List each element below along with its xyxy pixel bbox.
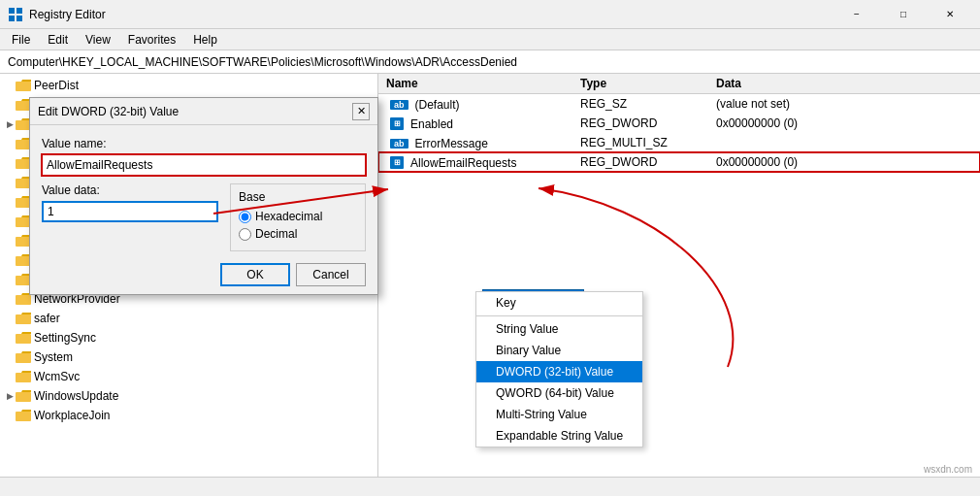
svg-rect-20 bbox=[16, 392, 31, 402]
menu-item-expandable[interactable]: Expandable String Value bbox=[476, 425, 642, 446]
status-bar bbox=[0, 477, 980, 496]
menu-bar: File Edit View Favorites Help bbox=[0, 29, 980, 50]
svg-rect-2 bbox=[9, 16, 15, 21]
registry-row-enabled[interactable]: ⊞ Enabled REG_DWORD 0x00000000 (0) bbox=[378, 114, 980, 133]
context-menu: Key String Value Binary Value DWORD (32-… bbox=[475, 291, 643, 447]
registry-row-default[interactable]: ab (Default) REG_SZ (value not set) bbox=[378, 94, 980, 114]
svg-rect-21 bbox=[16, 412, 31, 421]
close-button[interactable]: ✕ bbox=[928, 0, 972, 29]
svg-rect-1 bbox=[16, 8, 22, 14]
menu-item-qword[interactable]: QWORD (64-bit) Value bbox=[476, 382, 642, 404]
svg-rect-16 bbox=[16, 314, 31, 324]
tree-item-peerdist[interactable]: PeerDist bbox=[0, 76, 377, 95]
menu-item-binary[interactable]: Binary Value bbox=[476, 340, 642, 361]
tree-item-wcmsvc[interactable]: WcmSvc bbox=[0, 367, 377, 386]
address-path: Computer\HKEY_LOCAL_MACHINE\SOFTWARE\Pol… bbox=[8, 55, 517, 69]
menu-edit[interactable]: Edit bbox=[40, 31, 76, 49]
row-type: REG_DWORD bbox=[576, 155, 712, 169]
registry-row-errormessage[interactable]: ab ErrorMessage REG_MULTI_SZ bbox=[378, 133, 980, 152]
col-data: Data bbox=[712, 76, 976, 91]
svg-rect-4 bbox=[16, 82, 31, 91]
value-data-input[interactable] bbox=[42, 201, 218, 222]
tree-label: WcmSvc bbox=[34, 370, 80, 383]
menu-file[interactable]: File bbox=[4, 31, 38, 49]
dec-radio-label[interactable]: Decimal bbox=[239, 227, 357, 241]
folder-icon bbox=[16, 331, 31, 345]
title-bar-left: Registry Editor bbox=[8, 7, 106, 22]
svg-rect-18 bbox=[16, 353, 31, 363]
edit-dword-dialog: Edit DWORD (32-bit) Value ✕ Value name: … bbox=[29, 97, 378, 295]
tree-item-settingsync[interactable]: SettingSync bbox=[0, 328, 377, 347]
tree-item-workplacejoin[interactable]: WorkplaceJoin bbox=[0, 406, 377, 425]
menu-item-key[interactable]: Key bbox=[476, 292, 642, 314]
dialog-body: Value name: Value data: Base Hexadecimal… bbox=[30, 125, 377, 294]
tree-item-safer[interactable]: safer bbox=[0, 309, 377, 328]
menu-item-dword[interactable]: DWORD (32-bit) Value bbox=[476, 361, 642, 382]
dialog-buttons: OK Cancel bbox=[42, 263, 366, 286]
folder-icon bbox=[16, 409, 31, 422]
col-type: Type bbox=[576, 76, 712, 91]
menu-separator bbox=[476, 315, 642, 316]
tree-label: SettingSync bbox=[34, 331, 96, 345]
row-type: REG_MULTI_SZ bbox=[576, 136, 712, 149]
right-panel: Name Type Data ab (Default) REG_SZ (valu… bbox=[378, 74, 980, 477]
address-bar: Computer\HKEY_LOCAL_MACHINE\SOFTWARE\Pol… bbox=[0, 50, 980, 74]
tree-label: WindowsUpdate bbox=[34, 389, 118, 403]
tree-item-windowsupdate[interactable]: ▶ WindowsUpdate bbox=[0, 386, 377, 406]
dec-label: Decimal bbox=[255, 227, 297, 241]
row-data: 0x00000000 (0) bbox=[712, 155, 976, 169]
row-type: REG_DWORD bbox=[576, 116, 712, 130]
column-headers: Name Type Data bbox=[378, 74, 980, 94]
base-label: Base bbox=[239, 190, 357, 204]
tree-item-system[interactable]: System bbox=[0, 347, 377, 367]
value-name-label: Value name: bbox=[42, 137, 366, 150]
cancel-button[interactable]: Cancel bbox=[296, 263, 366, 286]
value-name-input[interactable] bbox=[42, 154, 366, 176]
menu-view[interactable]: View bbox=[78, 31, 118, 49]
row-name: ab (Default) bbox=[382, 97, 576, 112]
menu-item-multistring[interactable]: Multi-String Value bbox=[476, 404, 642, 425]
hex-radio-label[interactable]: Hexadecimal bbox=[239, 210, 357, 223]
registry-row-allowemail[interactable]: ⊞ AllowEmailRequests REG_DWORD 0x0000000… bbox=[378, 152, 980, 172]
tree-label: System bbox=[34, 350, 73, 364]
tree-label: WorkplaceJoin bbox=[34, 409, 110, 422]
base-section: Base Hexadecimal Decimal bbox=[230, 183, 366, 251]
svg-rect-3 bbox=[16, 16, 22, 21]
hex-label: Hexadecimal bbox=[255, 210, 322, 223]
row-type: REG_SZ bbox=[576, 97, 712, 111]
dec-radio[interactable] bbox=[239, 228, 251, 241]
folder-icon bbox=[16, 389, 31, 403]
menu-favorites[interactable]: Favorites bbox=[120, 31, 183, 49]
dialog-row: Value data: Base Hexadecimal Decimal bbox=[42, 183, 366, 251]
app-icon bbox=[8, 7, 23, 22]
dialog-close-button[interactable]: ✕ bbox=[352, 103, 370, 120]
folder-icon bbox=[16, 370, 31, 383]
tree-label: PeerDist bbox=[34, 79, 79, 92]
col-name: Name bbox=[382, 76, 576, 91]
svg-rect-19 bbox=[16, 373, 31, 382]
svg-rect-17 bbox=[16, 334, 31, 344]
menu-help[interactable]: Help bbox=[185, 31, 225, 49]
dword-icon: ⊞ AllowEmailRequests bbox=[386, 156, 524, 170]
row-name: ab ErrorMessage bbox=[382, 136, 576, 150]
tree-arrow: ▶ bbox=[4, 391, 16, 401]
row-data: 0x00000000 (0) bbox=[712, 116, 976, 130]
svg-rect-0 bbox=[9, 8, 15, 14]
ok-button[interactable]: OK bbox=[220, 263, 290, 286]
hex-radio[interactable] bbox=[239, 211, 251, 223]
tree-label: safer bbox=[34, 312, 60, 325]
maximize-button[interactable]: □ bbox=[881, 0, 926, 29]
dialog-title: Edit DWORD (32-bit) Value bbox=[38, 105, 179, 118]
title-bar: Registry Editor − □ ✕ bbox=[0, 0, 980, 29]
dword-icon: ⊞ Enabled bbox=[386, 117, 461, 131]
minimize-button[interactable]: − bbox=[834, 0, 879, 29]
menu-item-string[interactable]: String Value bbox=[476, 318, 642, 340]
row-name: ⊞ Enabled bbox=[382, 116, 576, 131]
ab-icon: ab (Default) bbox=[386, 98, 468, 112]
folder-icon bbox=[16, 350, 31, 364]
tree-arrow: ▶ bbox=[4, 119, 16, 129]
folder-icon bbox=[16, 312, 31, 325]
value-data-label: Value data: bbox=[42, 183, 218, 197]
folder-icon bbox=[16, 79, 31, 92]
ab-icon: ab ErrorMessage bbox=[386, 137, 496, 150]
